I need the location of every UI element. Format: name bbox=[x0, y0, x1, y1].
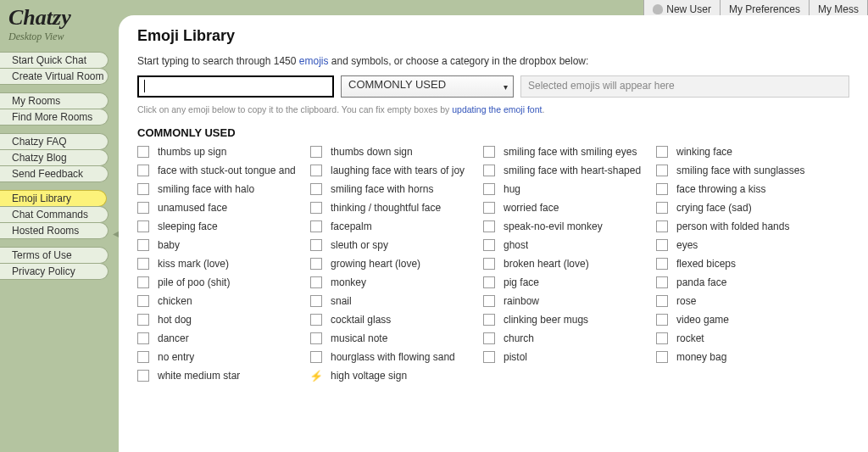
emoji-item[interactable]: face throwing a kiss bbox=[656, 183, 826, 195]
emoji-item[interactable]: church bbox=[483, 332, 653, 344]
emoji-glyph-box bbox=[137, 258, 149, 270]
emoji-item[interactable]: monkey bbox=[310, 276, 480, 288]
update-font-link[interactable]: updating the emoji font bbox=[452, 104, 542, 114]
emoji-item[interactable]: speak-no-evil monkey bbox=[483, 220, 653, 232]
emoji-item[interactable]: rose bbox=[656, 295, 826, 307]
emoji-label: sleeping face bbox=[158, 220, 218, 232]
emoji-glyph-box bbox=[137, 202, 149, 214]
emoji-item[interactable]: smiling face with sunglasses bbox=[656, 165, 826, 176]
nav-find-more-rooms[interactable]: Find More Rooms bbox=[0, 109, 108, 126]
emoji-item[interactable]: pig face bbox=[483, 276, 653, 288]
emoji-item[interactable]: no entry bbox=[137, 351, 307, 363]
emoji-item[interactable]: laughing face with tears of joy bbox=[310, 165, 480, 176]
emoji-item[interactable]: worried face bbox=[483, 202, 653, 214]
emoji-item[interactable]: baby bbox=[137, 239, 307, 251]
emoji-label: dancer bbox=[158, 332, 189, 344]
emoji-label: flexed biceps bbox=[676, 258, 736, 270]
emoji-glyph-box bbox=[137, 351, 149, 363]
emoji-item[interactable]: pistol bbox=[483, 351, 653, 363]
emoji-item[interactable]: smiling face with heart-shaped bbox=[483, 165, 653, 176]
emoji-label: hourglass with flowing sand bbox=[331, 351, 455, 363]
nav-chatzy-blog[interactable]: Chatzy Blog bbox=[0, 149, 108, 166]
emoji-item[interactable]: rocket bbox=[656, 332, 826, 344]
emoji-item[interactable]: person with folded hands bbox=[656, 220, 826, 232]
emoji-item[interactable]: thumbs up sign bbox=[137, 146, 307, 158]
emojis-link[interactable]: emojis bbox=[299, 55, 329, 67]
emoji-item[interactable]: sleeping face bbox=[137, 220, 307, 232]
emoji-item[interactable]: panda face bbox=[656, 276, 826, 288]
emoji-label: rocket bbox=[676, 332, 704, 344]
emoji-glyph-box bbox=[310, 239, 322, 251]
emoji-item[interactable]: sleuth or spy bbox=[310, 239, 480, 251]
emoji-item[interactable]: winking face bbox=[656, 146, 826, 158]
emoji-item[interactable]: hourglass with flowing sand bbox=[310, 351, 480, 363]
emoji-item[interactable]: growing heart (love) bbox=[310, 258, 480, 270]
emoji-label: no entry bbox=[158, 351, 194, 363]
category-select[interactable]: COMMONLY USED ▾ bbox=[341, 75, 514, 98]
emoji-glyph-box bbox=[656, 146, 668, 158]
emoji-label: laughing face with tears of joy bbox=[331, 165, 465, 176]
emoji-label: thumbs down sign bbox=[331, 146, 413, 158]
emoji-item[interactable]: musical note bbox=[310, 332, 480, 344]
logo[interactable]: Chatzy bbox=[0, 5, 119, 29]
emoji-item[interactable]: chicken bbox=[137, 295, 307, 307]
emoji-item[interactable]: clinking beer mugs bbox=[483, 314, 653, 326]
emoji-glyph-box bbox=[137, 220, 149, 232]
emoji-item[interactable]: unamused face bbox=[137, 202, 307, 214]
emoji-glyph-box bbox=[483, 258, 495, 270]
nav-privacy-policy[interactable]: Privacy Policy bbox=[0, 263, 108, 280]
topbar-label: New User bbox=[666, 3, 711, 15]
emoji-item[interactable]: hug bbox=[483, 183, 653, 195]
emoji-item[interactable]: smiling face with halo bbox=[137, 183, 307, 195]
emoji-item[interactable]: facepalm bbox=[310, 220, 480, 232]
emoji-item[interactable]: video game bbox=[656, 314, 826, 326]
emoji-item[interactable]: thumbs down sign bbox=[310, 146, 480, 158]
nav-emoji-library[interactable]: Emoji Library bbox=[0, 190, 107, 207]
main-panel: Emoji Library Start typing to search thr… bbox=[119, 15, 868, 452]
emoji-item[interactable]: pile of poo (shit) bbox=[137, 276, 307, 288]
emoji-item[interactable]: rainbow bbox=[483, 295, 653, 307]
nav-send-feedback[interactable]: Send Feedback bbox=[0, 165, 108, 182]
emoji-label: white medium star bbox=[158, 370, 240, 382]
emoji-item[interactable]: white medium star bbox=[137, 370, 307, 382]
emoji-label: snail bbox=[331, 295, 352, 307]
emoji-item[interactable]: kiss mark (love) bbox=[137, 258, 307, 270]
desktop-view-label: Desktop View bbox=[0, 29, 119, 52]
emoji-glyph-box bbox=[137, 332, 149, 344]
nav-start-quick-chat[interactable]: Start Quick Chat bbox=[0, 52, 108, 69]
nav-my-rooms[interactable]: My Rooms bbox=[0, 92, 108, 109]
emoji-item[interactable]: thinking / thoughtful face bbox=[310, 202, 480, 214]
nav-terms-of-use[interactable]: Terms of Use bbox=[0, 247, 108, 264]
emoji-label: unamused face bbox=[158, 202, 227, 214]
emoji-item[interactable]: eyes bbox=[656, 239, 826, 251]
emoji-item[interactable]: face with stuck-out tongue and bbox=[137, 165, 307, 176]
emoji-label: cocktail glass bbox=[331, 314, 391, 326]
emoji-item[interactable]: broken heart (love) bbox=[483, 258, 653, 270]
emoji-glyph-box bbox=[310, 220, 322, 232]
emoji-item[interactable]: smiling face with horns bbox=[310, 183, 480, 195]
nav-create-virtual-room[interactable]: Create Virtual Room bbox=[0, 68, 108, 85]
emoji-label: musical note bbox=[331, 332, 387, 344]
emoji-glyph-box bbox=[310, 202, 322, 214]
emoji-item[interactable]: snail bbox=[310, 295, 480, 307]
emoji-glyph-box bbox=[656, 202, 668, 214]
nav-chatzy-faq[interactable]: Chatzy FAQ bbox=[0, 133, 108, 150]
search-input[interactable] bbox=[137, 75, 334, 98]
emoji-item[interactable]: flexed biceps bbox=[656, 258, 826, 270]
emoji-item[interactable]: smiling face with smiling eyes bbox=[483, 146, 653, 158]
chevron-down-icon: ▾ bbox=[504, 82, 508, 92]
nav-chat-commands[interactable]: Chat Commands bbox=[0, 206, 108, 223]
nav-hosted-rooms[interactable]: Hosted Rooms bbox=[0, 222, 108, 239]
emoji-label: kiss mark (love) bbox=[158, 258, 229, 270]
emoji-item[interactable]: hot dog bbox=[137, 314, 307, 326]
emoji-glyph-box bbox=[483, 239, 495, 251]
emoji-item[interactable]: ghost bbox=[483, 239, 653, 251]
emoji-item[interactable]: money bag bbox=[656, 351, 826, 363]
emoji-label: ghost bbox=[504, 239, 528, 251]
emoji-item[interactable]: dancer bbox=[137, 332, 307, 344]
emoji-glyph-box bbox=[310, 314, 322, 326]
emoji-label: rainbow bbox=[504, 295, 539, 307]
emoji-item[interactable]: cocktail glass bbox=[310, 314, 480, 326]
emoji-item[interactable]: ⚡high voltage sign bbox=[310, 370, 480, 382]
emoji-item[interactable]: crying face (sad) bbox=[656, 202, 826, 214]
